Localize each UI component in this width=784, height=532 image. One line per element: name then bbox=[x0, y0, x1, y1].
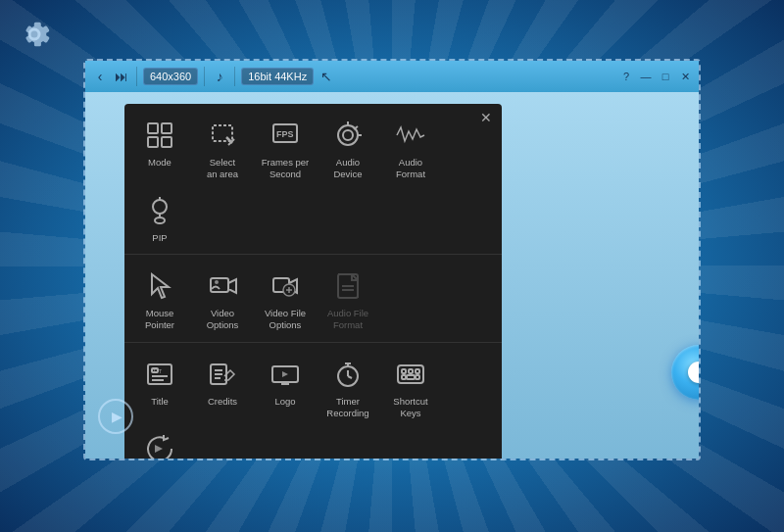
window-controls: ? — □ ✕ bbox=[618, 69, 693, 84]
fps-icon: FPS bbox=[268, 118, 303, 153]
svg-rect-0 bbox=[148, 123, 158, 133]
svg-marker-37 bbox=[282, 371, 288, 377]
svg-rect-51 bbox=[416, 375, 419, 379]
menu-panel: ✕ Mode bbox=[124, 104, 502, 459]
svg-rect-3 bbox=[162, 137, 172, 147]
toolbar: ‹ ⏭ 640x360 ♪ 16bit 44KHz ↖ ? — □ ✕ bbox=[85, 61, 699, 92]
menu-item-pip[interactable]: PIP bbox=[128, 187, 191, 250]
menu-item-audio-format[interactable]: AudioFormat bbox=[379, 112, 442, 187]
menu-item-logo[interactable]: Logo bbox=[254, 351, 317, 426]
menu-item-title[interactable]: TTT Title bbox=[128, 351, 191, 426]
menu-item-fps[interactable]: FPS Frames perSecond bbox=[254, 112, 317, 187]
skip-icon[interactable]: ⏭ bbox=[113, 68, 130, 85]
close-button[interactable]: ✕ bbox=[677, 69, 693, 84]
svg-rect-46 bbox=[402, 369, 406, 373]
menu-item-mouse-pointer[interactable]: MousePointer bbox=[128, 263, 191, 338]
shortcut-keys-icon bbox=[393, 357, 428, 392]
svg-text:FPS: FPS bbox=[276, 129, 294, 139]
audio-file-format-icon bbox=[330, 268, 366, 304]
minimize-button[interactable]: — bbox=[638, 69, 654, 84]
resolution-badge[interactable]: 640x360 bbox=[143, 68, 198, 85]
svg-rect-50 bbox=[407, 375, 415, 379]
video-options-icon bbox=[205, 268, 240, 304]
svg-marker-52 bbox=[155, 445, 163, 453]
timer-recording-label: TimerRecording bbox=[326, 396, 368, 420]
play-button[interactable]: ▶ bbox=[98, 399, 133, 434]
mode-icon bbox=[142, 118, 177, 153]
pip-icon bbox=[142, 193, 177, 228]
svg-point-9 bbox=[343, 130, 353, 140]
audio-file-format-label: Audio FileFormat bbox=[327, 308, 368, 332]
svg-rect-1 bbox=[162, 123, 172, 133]
section-1: Mode Selectan area bbox=[124, 104, 502, 254]
svg-rect-2 bbox=[148, 137, 158, 147]
timer-recording-icon bbox=[330, 357, 366, 392]
fps-label: Frames perSecond bbox=[262, 157, 310, 181]
record-button[interactable] bbox=[671, 345, 699, 400]
menu-item-audio-file-format[interactable]: Audio FileFormat bbox=[317, 263, 379, 338]
credits-label: Credits bbox=[208, 396, 237, 408]
select-area-icon bbox=[205, 118, 240, 153]
help-button[interactable]: ? bbox=[618, 69, 634, 84]
svg-marker-19 bbox=[228, 279, 236, 293]
svg-rect-49 bbox=[402, 375, 406, 379]
title-label: Title bbox=[151, 396, 169, 408]
menu-item-video-options[interactable]: VideoOptions bbox=[191, 263, 254, 338]
cursor-icon[interactable]: ↖ bbox=[318, 68, 335, 85]
mouse-pointer-label: MousePointer bbox=[145, 308, 174, 332]
content-area: ✕ Mode bbox=[85, 92, 699, 459]
mouse-pointer-icon bbox=[142, 268, 177, 304]
svg-point-16 bbox=[155, 218, 165, 223]
maximize-button[interactable]: □ bbox=[658, 69, 673, 84]
mode-label: Mode bbox=[148, 157, 172, 169]
audio-format-icon bbox=[393, 118, 428, 153]
menu-item-audio-device[interactable]: AudioDevice bbox=[317, 112, 379, 187]
video-options-label: VideoOptions bbox=[207, 308, 239, 332]
credits-icon bbox=[205, 357, 240, 392]
shortcut-keys-label: ShortcutKeys bbox=[393, 396, 427, 420]
section-2: MousePointer VideoOptions bbox=[124, 254, 502, 342]
audio-format-badge[interactable]: 16bit 44KHz bbox=[241, 68, 314, 85]
audio-device-icon bbox=[330, 118, 366, 153]
divider bbox=[136, 67, 137, 86]
svg-rect-18 bbox=[211, 278, 228, 292]
panel-close-button[interactable]: ✕ bbox=[478, 110, 494, 125]
svg-point-20 bbox=[215, 280, 219, 284]
svg-text:TTT: TTT bbox=[153, 368, 162, 374]
logo-icon bbox=[268, 357, 303, 392]
svg-line-44 bbox=[348, 376, 352, 378]
svg-point-13 bbox=[153, 200, 167, 214]
logo-label: Logo bbox=[274, 396, 295, 408]
menu-item-shortcut-keys[interactable]: ShortcutKeys bbox=[379, 351, 442, 426]
menu-item-convert-video[interactable]: ConvertVideo File bbox=[128, 425, 191, 459]
title-icon: TTT bbox=[142, 357, 177, 392]
menu-item-video-file-options[interactable]: Video FileOptions bbox=[254, 263, 317, 338]
divider2 bbox=[204, 67, 205, 86]
convert-video-icon bbox=[142, 431, 177, 459]
menu-item-timer-recording[interactable]: TimerRecording bbox=[317, 351, 379, 426]
svg-marker-17 bbox=[152, 274, 169, 298]
pip-label: PIP bbox=[152, 232, 167, 244]
select-area-label: Selectan area bbox=[207, 157, 238, 181]
menu-item-select-area[interactable]: Selectan area bbox=[191, 112, 254, 187]
music-icon[interactable]: ♪ bbox=[211, 68, 228, 85]
svg-rect-48 bbox=[416, 369, 419, 373]
audio-format-label: AudioFormat bbox=[396, 157, 425, 181]
video-file-options-icon bbox=[268, 268, 303, 304]
video-file-options-label: Video FileOptions bbox=[265, 308, 306, 332]
section-3: TTT Title Cred bbox=[124, 342, 502, 459]
menu-item-credits[interactable]: Credits bbox=[191, 351, 254, 426]
record-button-inner bbox=[688, 362, 699, 383]
divider3 bbox=[234, 67, 235, 86]
audio-device-label: AudioDevice bbox=[333, 157, 362, 181]
menu-item-mode[interactable]: Mode bbox=[128, 112, 191, 187]
svg-rect-47 bbox=[409, 369, 413, 373]
play-icon: ▶ bbox=[112, 409, 122, 424]
gear-icon[interactable] bbox=[15, 15, 54, 54]
back-icon[interactable]: ‹ bbox=[91, 68, 109, 85]
app-window: ‹ ⏭ 640x360 ♪ 16bit 44KHz ↖ ? — □ ✕ ✕ bbox=[83, 59, 701, 460]
